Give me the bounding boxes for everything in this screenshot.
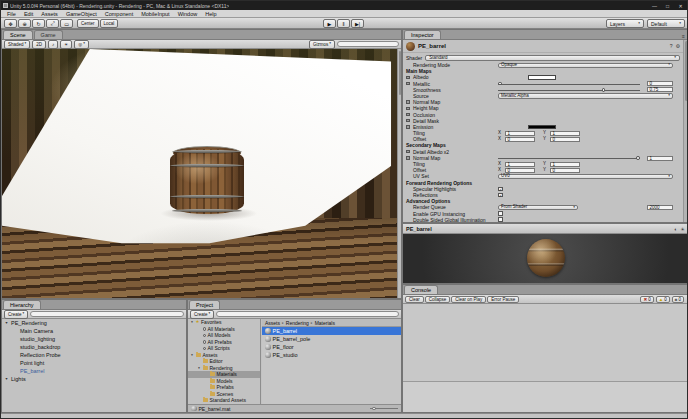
play-button[interactable]: ▶ [323,19,336,28]
checkbox[interactable]: ✓ [498,187,503,192]
preview-header[interactable]: PE_barrel ◐ ☀ [403,224,688,234]
scene-audio-toggle[interactable]: ♪ [48,40,58,49]
menu-item-edit[interactable]: Edit [20,10,37,18]
expand-arrow[interactable]: ▼ [190,320,194,324]
console-clear-button[interactable]: Clear [405,296,424,303]
expand-arrow[interactable]: ▼ [197,366,201,370]
hierarchy-item-main-camera[interactable]: Main Camera [2,327,186,335]
project-search-input[interactable] [216,311,399,318]
layout-dropdown[interactable]: Default▾ [647,19,685,28]
texture-slot[interactable] [406,100,410,104]
space-toggle-button[interactable]: Local [100,19,119,28]
slider-value[interactable]: 1 [647,156,673,161]
property-dropdown[interactable]: Opaque▾ [498,63,673,68]
slider-value[interactable]: 0 [647,81,673,86]
maximize-button[interactable]: □ [661,2,674,10]
shader-dropdown[interactable]: Standard ▾ [425,55,680,61]
menu-item-mobileinput[interactable]: MobileInput [137,10,173,18]
step-button[interactable]: ▶| [351,19,364,28]
tab-project[interactable]: Project [189,300,220,309]
asset-item-pe-studio[interactable]: PE_studio [262,351,401,359]
tree-item-standard-assets[interactable]: Standard Assets [188,397,260,404]
x-value-field[interactable]: 1 [505,131,535,136]
scene-lighting-toggle[interactable]: ☀ [60,40,72,49]
menu-item-assets[interactable]: Assets [37,10,62,18]
tab-inspector[interactable]: Inspector [404,30,441,39]
slider-track[interactable] [498,90,640,91]
menu-item-window[interactable]: Window [174,10,202,18]
layers-dropdown[interactable]: Layers▾ [606,19,644,28]
slider-thumb[interactable] [498,82,502,86]
checkbox[interactable] [498,217,503,222]
texture-slot[interactable] [406,156,410,160]
hierarchy-search-input[interactable] [30,311,184,318]
slider-thumb[interactable] [636,156,640,160]
scrollbar-thumb[interactable] [685,41,688,101]
barrel-model[interactable] [170,149,244,214]
thumbnail-zoom-slider[interactable] [370,408,398,409]
breadcrumb-item-materials[interactable]: Materials [315,320,335,326]
x-value-field[interactable]: 0 [505,168,535,173]
menu-item-help[interactable]: Help [201,10,220,18]
shading-mode-dropdown[interactable]: Shaded▾ [4,40,30,49]
scrollbar-thumb[interactable] [399,51,401,95]
y-value-field[interactable]: 1 [550,162,580,167]
x-value-field[interactable]: 0 [505,137,535,142]
hierarchy-item-pe-barrel[interactable]: PE_barrel [2,367,186,375]
property-dropdown[interactable]: UV0▾ [498,174,673,179]
preview-viewport[interactable] [403,234,688,283]
breadcrumb-item-rendering[interactable]: Rendering [286,320,309,326]
move-tool[interactable]: ⊕ [18,19,31,28]
tab-console[interactable]: Console [404,285,438,294]
asset-item-pe-barrel[interactable]: PE_barrel [262,327,401,335]
minimize-button[interactable]: — [648,2,661,10]
expand-arrow[interactable]: ▼ [4,321,9,325]
rotate-tool[interactable]: ↻ [32,19,45,28]
asset-item-pe-barrel-pole[interactable]: PE_barrel_pole [262,335,401,343]
tab-game[interactable]: Game [34,30,63,39]
expand-arrow[interactable]: ▼ [190,353,194,357]
menu-item-file[interactable]: File [3,10,20,18]
hierarchy-item-studio-lighting[interactable]: studio_lighting [2,335,186,343]
scale-tool[interactable]: ⤢ [46,19,59,28]
slider-track[interactable] [498,84,640,85]
console-clear-on-play-button[interactable]: Clear on Play [451,296,486,303]
y-value-field[interactable]: 1 [550,131,580,136]
texture-slot[interactable] [406,76,410,80]
inspector-scrollbar[interactable] [683,40,688,222]
texture-slot[interactable] [406,119,410,123]
scene-vertical-scrollbar[interactable] [397,49,401,298]
expand-arrow[interactable]: ▼ [4,377,9,381]
render-queue-dropdown[interactable]: From Shader▾ [498,205,578,210]
slider-track[interactable] [498,158,640,159]
project-create-button[interactable]: Create▾ [190,310,214,319]
texture-slot[interactable] [406,107,410,111]
pivot-toggle-button[interactable]: Center [77,19,99,28]
scene-viewport[interactable] [2,49,401,298]
hierarchy-item-studio-backdrop[interactable]: studio_backdrop [2,343,186,351]
scene-search-input[interactable] [337,41,399,48]
warning-count[interactable]: ▲0 [656,296,670,303]
hierarchy-item-point-light[interactable]: Point light [2,359,186,367]
checkbox[interactable] [498,211,503,216]
preview-light-icon[interactable]: ☀ [681,226,685,232]
tab-scene[interactable]: Scene [3,30,33,39]
hierarchy-item-pe-rendering[interactable]: ▼PE_Rendering [2,319,186,327]
property-dropdown[interactable]: Metallic Alpha▾ [498,93,673,98]
slider-thumb[interactable] [602,88,606,92]
console-error-pause-button[interactable]: Error Pause [487,296,519,303]
close-button[interactable]: ✕ [674,2,687,10]
console-collapse-button[interactable]: Collapse [425,296,451,303]
slider-thumb[interactable] [372,407,376,411]
texture-slot[interactable] [406,125,410,129]
hierarchy-item-lights[interactable]: ▼Lights [2,375,186,383]
help-icon[interactable]: ? [670,43,673,49]
y-value-field[interactable]: 0 [550,137,580,142]
color-swatch[interactable] [528,75,556,79]
2d-toggle-button[interactable]: 2D [32,40,46,49]
texture-slot[interactable] [406,150,410,154]
panel-menu-icon[interactable]: ≡ [682,33,685,39]
texture-slot[interactable] [406,82,410,86]
preview-shape-icon[interactable]: ◐ [674,226,677,232]
gizmos-dropdown[interactable]: Gizmos▾ [309,40,335,49]
